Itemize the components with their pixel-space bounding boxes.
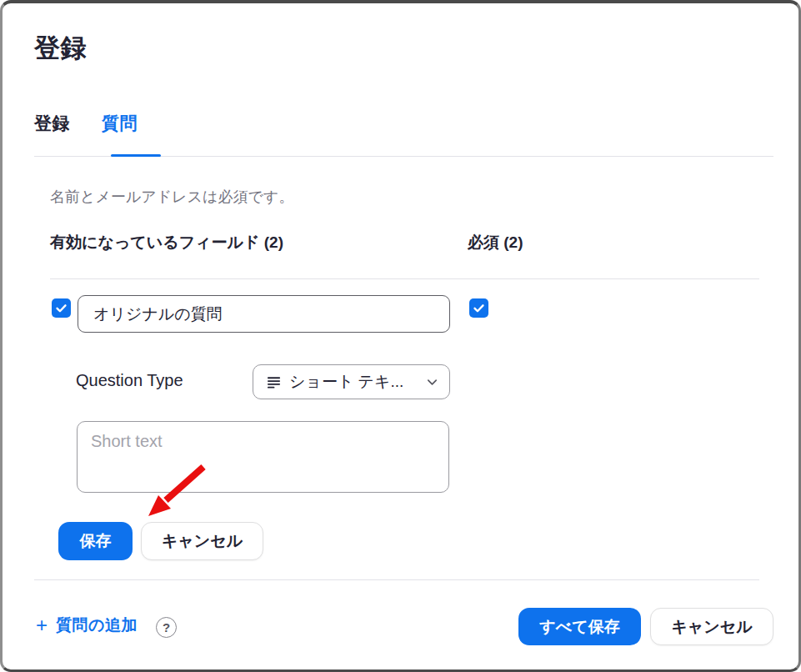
- cancel-all-button[interactable]: キャンセル: [650, 608, 773, 645]
- header-divider: [50, 278, 759, 279]
- cancel-button[interactable]: キャンセル: [141, 522, 263, 560]
- help-icon[interactable]: ?: [156, 617, 177, 638]
- enabled-checkbox[interactable]: [52, 298, 71, 318]
- footer-divider: [34, 579, 759, 580]
- question-type-label: Question Type: [76, 371, 183, 390]
- save-button[interactable]: 保存: [58, 522, 133, 560]
- tab-questions[interactable]: 質問: [102, 112, 138, 135]
- add-question-label: 質問の追加: [56, 614, 138, 636]
- add-question-link[interactable]: + 質問の追加: [36, 614, 138, 636]
- annotation-arrow-icon: [3, 3, 801, 672]
- short-text-icon: [267, 375, 281, 389]
- tab-bar: 登録 質問: [34, 112, 138, 135]
- checkmark-icon: [472, 301, 486, 315]
- save-all-button[interactable]: すべて保存: [518, 608, 641, 645]
- plus-icon: +: [36, 615, 48, 635]
- tab-registration[interactable]: 登録: [34, 112, 70, 135]
- question-type-dropdown[interactable]: ショート テキ...: [253, 364, 450, 399]
- checkmark-icon: [54, 301, 68, 315]
- chevron-down-icon: [426, 376, 438, 389]
- registration-dialog: 登録 登録 質問 名前とメールアドレスは必須です。 有効になっているフィールド …: [0, 0, 801, 672]
- required-checkbox[interactable]: [469, 298, 488, 318]
- active-tab-indicator: [111, 154, 161, 157]
- dialog-title: 登録: [34, 31, 87, 66]
- column-header-required: 必須 (2): [468, 232, 523, 253]
- question-title-input[interactable]: [78, 295, 450, 333]
- answer-preview-textarea[interactable]: [77, 421, 449, 493]
- question-type-value: ショート テキ...: [289, 371, 418, 393]
- column-header-enabled-fields: 有効になっているフィールド (2): [50, 232, 283, 253]
- required-note: 名前とメールアドレスは必須です。: [50, 187, 293, 207]
